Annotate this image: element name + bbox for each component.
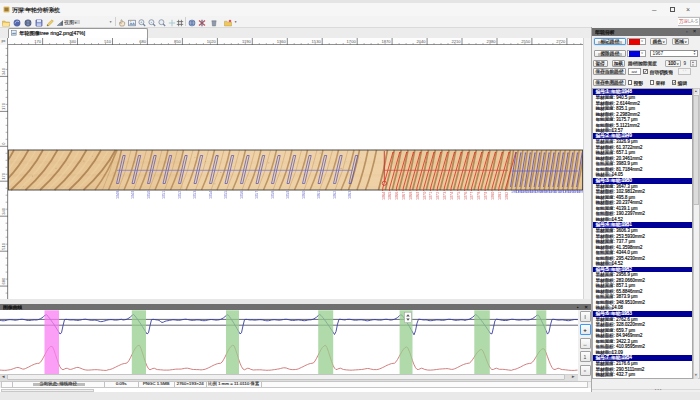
svg-text:1959: 1959 bbox=[286, 191, 290, 199]
svg-text:1976: 1976 bbox=[464, 192, 468, 200]
svg-text:1982: 1982 bbox=[505, 192, 509, 200]
svg-text:1962: 1962 bbox=[333, 191, 337, 199]
svg-text:1020: 1020 bbox=[207, 38, 217, 43]
svg-text:2720: 2720 bbox=[556, 38, 566, 43]
svg-text:1968: 1968 bbox=[409, 192, 413, 200]
svg-text:1949: 1949 bbox=[131, 191, 135, 199]
svg-text:1978: 1978 bbox=[477, 192, 481, 200]
svg-text:1970: 1970 bbox=[423, 192, 427, 200]
svg-text:2210: 2210 bbox=[451, 38, 461, 43]
svg-text:1958: 1958 bbox=[271, 191, 275, 199]
svg-text:1954: 1954 bbox=[209, 191, 213, 199]
svg-text:1956: 1956 bbox=[240, 191, 244, 199]
svg-text:+: + bbox=[140, 20, 142, 24]
svg-text:1981: 1981 bbox=[498, 192, 502, 200]
svg-text:170: 170 bbox=[1, 102, 6, 110]
svg-text:170: 170 bbox=[1, 172, 6, 180]
svg-text:2040: 2040 bbox=[416, 38, 426, 43]
svg-text:1964: 1964 bbox=[382, 192, 386, 200]
svg-text:1967: 1967 bbox=[402, 192, 406, 200]
svg-text:1955: 1955 bbox=[224, 191, 228, 199]
svg-text:1971: 1971 bbox=[429, 192, 433, 200]
svg-text:1974: 1974 bbox=[450, 192, 454, 200]
svg-text:1190: 1190 bbox=[242, 38, 252, 43]
svg-text:1973: 1973 bbox=[443, 192, 447, 200]
svg-text:0: 0 bbox=[1, 141, 6, 144]
svg-text:1961: 1961 bbox=[317, 191, 321, 199]
svg-text:1979: 1979 bbox=[484, 192, 488, 200]
svg-text:1972: 1972 bbox=[436, 192, 440, 200]
svg-text:340: 340 bbox=[1, 67, 6, 75]
svg-text:2550: 2550 bbox=[521, 38, 531, 43]
svg-text:1953: 1953 bbox=[193, 191, 197, 199]
svg-text:1977: 1977 bbox=[470, 192, 474, 200]
svg-text:1948: 1948 bbox=[116, 191, 120, 199]
svg-text:1870: 1870 bbox=[381, 38, 391, 43]
svg-text:680: 680 bbox=[139, 38, 147, 43]
svg-text:1969: 1969 bbox=[416, 192, 420, 200]
svg-text:680: 680 bbox=[1, 277, 6, 285]
svg-text:1963: 1963 bbox=[348, 191, 352, 199]
svg-text:510: 510 bbox=[1, 242, 6, 250]
svg-text:1952: 1952 bbox=[178, 191, 182, 199]
svg-text:850: 850 bbox=[174, 38, 182, 43]
svg-text:1965: 1965 bbox=[388, 192, 392, 200]
svg-text:340: 340 bbox=[69, 38, 77, 43]
svg-text:170: 170 bbox=[34, 38, 42, 43]
svg-text:1360: 1360 bbox=[277, 38, 287, 43]
svg-text:340: 340 bbox=[1, 207, 6, 215]
svg-text:510: 510 bbox=[104, 38, 112, 43]
svg-text:1700: 1700 bbox=[347, 38, 357, 43]
svg-text:1957: 1957 bbox=[255, 191, 259, 199]
svg-text:1530: 1530 bbox=[312, 38, 322, 43]
svg-text:2380: 2380 bbox=[486, 38, 496, 43]
svg-text:1997: 1997 bbox=[577, 190, 583, 194]
svg-text:1951: 1951 bbox=[162, 191, 166, 199]
svg-text:1975: 1975 bbox=[457, 192, 461, 200]
svg-text:1950: 1950 bbox=[147, 191, 151, 199]
svg-text:1960: 1960 bbox=[302, 191, 306, 199]
svg-text:1966: 1966 bbox=[395, 192, 399, 200]
svg-text:1980: 1980 bbox=[491, 192, 495, 200]
